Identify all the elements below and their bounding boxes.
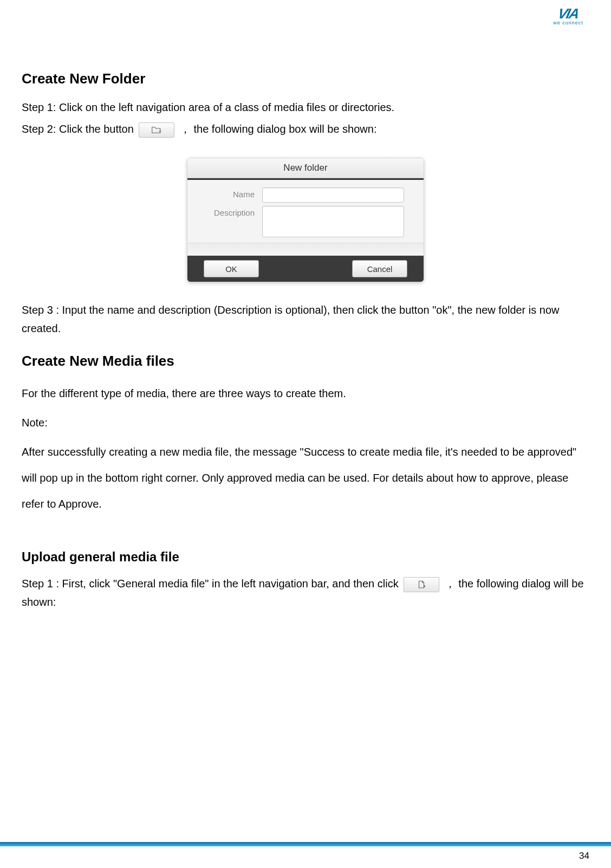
- dialog-title: New folder: [187, 158, 424, 178]
- name-input[interactable]: [262, 187, 404, 203]
- dialog-footer: OK Cancel: [187, 256, 424, 282]
- upload-step1-pre: Step 1 : First, click "General media fil…: [22, 578, 401, 590]
- step2-post: ， the following dialog box will be shown…: [180, 123, 377, 135]
- brand-logo: VIA we connect: [544, 5, 593, 29]
- description-label: Description: [195, 206, 262, 217]
- step2-pre: Step 2: Click the button: [22, 123, 134, 135]
- dialog-body: Name Description: [187, 180, 424, 243]
- name-label: Name: [195, 187, 262, 199]
- note-body: After successfully creating a new media …: [22, 439, 589, 517]
- new-folder-dialog: New folder Name Description OK Cancel: [187, 158, 424, 282]
- logo-text: VIA: [542, 5, 595, 22]
- heading-upload-general-media: Upload general media file: [22, 549, 589, 565]
- step1-text: Step 1: Click on the left navigation are…: [22, 98, 589, 116]
- media-intro: For the different type of media, there a…: [22, 380, 589, 406]
- note-label: Note:: [22, 410, 589, 436]
- heading-create-new-folder: Create New Folder: [22, 70, 589, 87]
- new-file-icon-button[interactable]: [404, 577, 439, 592]
- heading-create-new-media: Create New Media files: [22, 353, 589, 370]
- upload-step1-line: Step 1 : First, click "General media fil…: [22, 574, 589, 611]
- dialog-divider: [187, 243, 424, 256]
- new-folder-icon-button[interactable]: [139, 122, 174, 138]
- cancel-button[interactable]: Cancel: [352, 260, 407, 277]
- page-number: 34: [579, 851, 589, 861]
- step2-line: Step 2: Click the button ， the following…: [22, 120, 589, 138]
- ok-button[interactable]: OK: [204, 260, 259, 277]
- step3-text: Step 3 : Input the name and description …: [22, 301, 589, 338]
- file-plus-icon: [417, 580, 426, 589]
- folder-plus-icon: [152, 126, 161, 134]
- footer-gradient-line: [0, 842, 611, 846]
- description-input[interactable]: [262, 206, 404, 237]
